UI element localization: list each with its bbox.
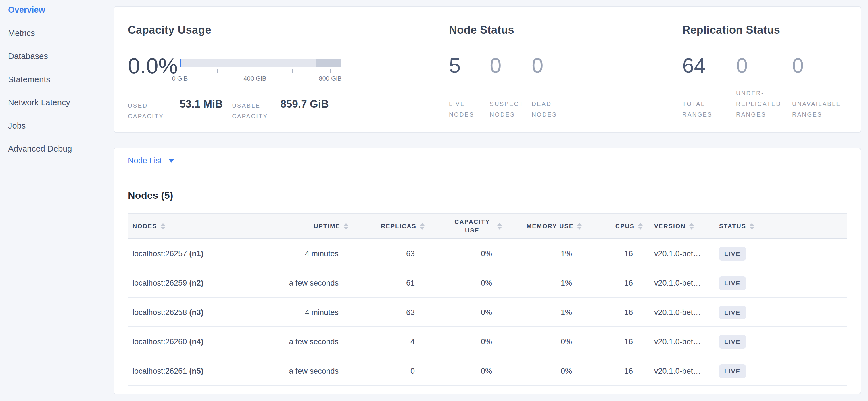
sidebar: Overview Metrics Databases Statements Ne… [0, 0, 114, 401]
capacity-bar [180, 59, 341, 67]
replicas-cell: 4 [348, 337, 425, 346]
replicas-cell: 63 [348, 308, 425, 317]
replication-status-title: Replication Status [682, 23, 841, 36]
sidebar-item-databases[interactable]: Databases [8, 50, 114, 74]
version-cell: v20.1.0-bet… [643, 250, 711, 258]
sidebar-nav-list: Overview Metrics Databases Statements Ne… [8, 4, 114, 166]
capacity-bar-reserved-segment [316, 59, 341, 67]
axis-tick [292, 69, 293, 73]
live-nodes-stat: 5 LIVE NODES [449, 53, 490, 120]
column-header-uptime[interactable]: UPTIME [279, 223, 348, 230]
sort-icon [344, 223, 348, 230]
under-replicated-ranges-stat: 0 UNDER- REPLICATED RANGES [736, 53, 792, 120]
used-capacity-label: USED CAPACITY [128, 100, 174, 121]
unavailable-ranges-label: UNAVAILABLE RANGES [792, 98, 841, 120]
usable-capacity-stat: USABLE CAPACITY 859.7 GiB [232, 98, 329, 121]
cpus-cell: 16 [582, 308, 643, 317]
sidebar-item-overview[interactable]: Overview [8, 4, 114, 27]
axis-tick [255, 69, 255, 73]
status-badge: LIVE [719, 365, 746, 378]
nodes-panel: Node List Nodes (5) NODES UPTIME R [114, 148, 861, 394]
sidebar-item-advanced-debug[interactable]: Advanced Debug [8, 143, 114, 166]
nodes-heading: Nodes (5) [128, 190, 847, 201]
dead-nodes-stat: 0 DEAD NODES [532, 53, 557, 120]
node-status-stats: 5 LIVE NODES 0 SUSPECT NODES 0 DEAD NODE… [449, 53, 557, 120]
column-header-version[interactable]: VERSION [643, 223, 711, 230]
status-cell: LIVE [711, 277, 847, 290]
chevron-down-icon [168, 159, 175, 163]
capacity-usage-title: Capacity Usage [128, 23, 341, 36]
total-ranges-label: TOTAL RANGES [682, 98, 736, 120]
version-cell: v20.1.0-bet… [643, 308, 711, 317]
node-status-title: Node Status [449, 23, 557, 36]
node-list-dropdown-label: Node List [128, 156, 162, 165]
status-badge: LIVE [719, 306, 746, 319]
node-address-cell[interactable]: localhost:26260(n4) [128, 327, 279, 356]
node-address-cell[interactable]: localhost:26261(n5) [128, 356, 279, 386]
usable-capacity-value: 859.7 GiB [280, 98, 329, 110]
main-content: Capacity Usage 0.0% [114, 0, 861, 394]
capacity-use-cell: 0% [425, 367, 502, 376]
nodes-table: NODES UPTIME REPLICAS CAPACITY USE [128, 213, 847, 386]
sidebar-item-statements[interactable]: Statements [8, 74, 114, 97]
uptime-cell: a few seconds [279, 367, 348, 376]
total-ranges-stat: 64 TOTAL RANGES [682, 53, 736, 120]
table-row: localhost:26258(n3) 4 minutes 63 0% 1% 1… [128, 298, 847, 327]
cpus-cell: 16 [582, 367, 643, 376]
status-badge: LIVE [719, 247, 746, 261]
node-address-cell[interactable]: localhost:26258(n3) [128, 298, 279, 327]
replication-status-section: Replication Status 64 TOTAL RANGES 0 UND… [682, 23, 841, 120]
capacity-used-percent: 0.0% [128, 53, 177, 83]
axis-label-0gib: 0 GiB [172, 75, 188, 82]
replicas-cell: 61 [348, 279, 425, 288]
status-badge: LIVE [719, 335, 746, 349]
replicas-cell: 63 [348, 250, 425, 258]
sort-icon [420, 223, 425, 230]
uptime-cell: a few seconds [279, 337, 348, 346]
sidebar-item-metrics[interactable]: Metrics [8, 27, 114, 51]
column-header-replicas[interactable]: REPLICAS [348, 223, 425, 230]
cpus-cell: 16 [582, 250, 643, 258]
usable-capacity-label: USABLE CAPACITY [232, 100, 275, 121]
capacity-gauge: 0 GiB 400 GiB 800 GiB [180, 53, 341, 83]
node-status-section: Node Status 5 LIVE NODES 0 SUSPECT NODES… [449, 23, 557, 120]
node-address-cell[interactable]: localhost:26259(n2) [128, 268, 279, 298]
capacity-use-cell: 0% [425, 250, 502, 258]
node-address-cell[interactable]: localhost:26257(n1) [128, 239, 279, 268]
table-row: localhost:26257(n1) 4 minutes 63 0% 1% 1… [128, 239, 847, 268]
sort-icon [161, 223, 165, 230]
capacity-axis-ticks [180, 69, 341, 73]
node-list-dropdown[interactable]: Node List [128, 156, 175, 165]
column-header-status[interactable]: STATUS [711, 223, 847, 230]
suspect-nodes-stat: 0 SUSPECT NODES [490, 53, 532, 120]
version-cell: v20.1.0-bet… [643, 367, 711, 376]
sidebar-item-jobs[interactable]: Jobs [8, 120, 114, 143]
under-replicated-ranges-label: UNDER- REPLICATED RANGES [736, 88, 792, 120]
column-header-nodes[interactable]: NODES [128, 223, 279, 230]
live-nodes-value: 5 [449, 53, 490, 78]
status-cell: LIVE [711, 335, 847, 349]
capacity-use-cell: 0% [425, 279, 502, 288]
sidebar-item-network-latency[interactable]: Network Latency [8, 97, 114, 120]
sort-icon [577, 223, 582, 230]
status-cell: LIVE [711, 306, 847, 319]
capacity-use-cell: 0% [425, 308, 502, 317]
used-capacity-value: 53.1 MiB [180, 98, 223, 110]
dead-nodes-value: 0 [532, 53, 557, 78]
axis-tick [330, 69, 331, 73]
capacity-gauge-row: 0.0% 0 GiB 400 GiB [128, 53, 341, 83]
column-header-memory-use[interactable]: MEMORY USE [502, 223, 582, 230]
table-row: localhost:26259(n2) a few seconds 61 0% … [128, 268, 847, 298]
used-capacity-stat: USED CAPACITY 53.1 MiB [128, 98, 223, 121]
under-replicated-ranges-value: 0 [736, 53, 792, 78]
cluster-summary-panel: Capacity Usage 0.0% [114, 6, 861, 133]
column-header-capacity-use[interactable]: CAPACITY USE [425, 218, 502, 235]
memory-use-cell: 0% [502, 367, 582, 376]
total-ranges-value: 64 [682, 53, 736, 78]
sort-icon [638, 223, 643, 230]
status-badge: LIVE [719, 277, 746, 290]
sort-icon [689, 223, 694, 230]
dead-nodes-label: DEAD NODES [532, 98, 557, 120]
column-header-cpus[interactable]: CPUS [582, 223, 643, 230]
axis-tick [180, 69, 180, 73]
